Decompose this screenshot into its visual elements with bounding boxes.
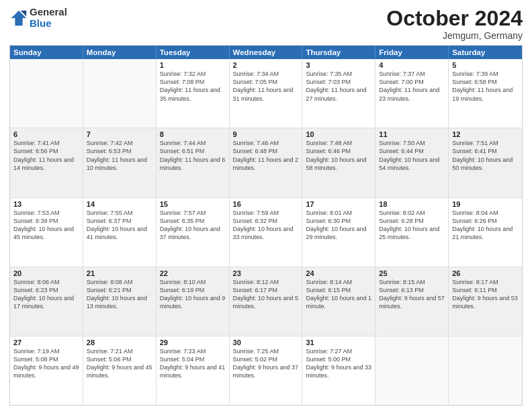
day-number: 18 bbox=[379, 200, 445, 208]
calendar-header-row: SundayMondayTuesdayWednesdayThursdayFrid… bbox=[10, 46, 522, 59]
cal-header-thursday: Thursday bbox=[302, 46, 375, 59]
day-info: Sunrise: 7:19 AM Sunset: 5:08 PM Dayligh… bbox=[13, 347, 79, 380]
day-cell-10: 10Sunrise: 7:48 AM Sunset: 6:46 PM Dayli… bbox=[302, 128, 375, 197]
logo-blue: Blue bbox=[30, 18, 67, 30]
day-number: 26 bbox=[452, 269, 519, 277]
cal-header-friday: Friday bbox=[375, 46, 449, 59]
title-area: October 2024 Jemgum, Germany bbox=[386, 7, 523, 41]
day-cell-7: 7Sunrise: 7:42 AM Sunset: 6:53 PM Daylig… bbox=[83, 128, 157, 197]
day-info: Sunrise: 8:02 AM Sunset: 6:28 PM Dayligh… bbox=[379, 209, 445, 242]
day-cell-6: 6Sunrise: 7:41 AM Sunset: 6:56 PM Daylig… bbox=[10, 128, 83, 197]
logo-text: General Blue bbox=[30, 7, 67, 29]
day-cell-1: 1Sunrise: 7:32 AM Sunset: 7:08 PM Daylig… bbox=[157, 59, 230, 128]
day-number: 21 bbox=[87, 269, 152, 277]
day-number: 12 bbox=[452, 130, 519, 138]
day-number: 1 bbox=[160, 61, 226, 69]
page: General Blue October 2024 Jemgum, German… bbox=[0, 0, 532, 411]
day-info: Sunrise: 8:06 AM Sunset: 6:23 PM Dayligh… bbox=[13, 278, 79, 311]
day-number: 19 bbox=[452, 200, 519, 208]
day-number: 3 bbox=[306, 61, 371, 69]
day-number: 5 bbox=[452, 61, 519, 69]
day-number: 30 bbox=[233, 338, 299, 347]
day-cell-27: 27Sunrise: 7:19 AM Sunset: 5:08 PM Dayli… bbox=[10, 336, 83, 405]
day-number: 11 bbox=[379, 130, 445, 138]
day-info: Sunrise: 7:51 AM Sunset: 6:41 PM Dayligh… bbox=[452, 139, 519, 172]
day-number: 15 bbox=[160, 200, 226, 208]
day-cell-9: 9Sunrise: 7:46 AM Sunset: 6:48 PM Daylig… bbox=[230, 128, 303, 197]
day-cell-18: 18Sunrise: 8:02 AM Sunset: 6:28 PM Dayli… bbox=[375, 198, 449, 267]
day-number: 4 bbox=[379, 61, 445, 69]
day-info: Sunrise: 7:44 AM Sunset: 6:51 PM Dayligh… bbox=[160, 139, 226, 172]
empty-cell bbox=[375, 336, 449, 405]
day-info: Sunrise: 8:04 AM Sunset: 6:26 PM Dayligh… bbox=[452, 209, 519, 242]
day-cell-31: 31Sunrise: 7:27 AM Sunset: 5:00 PM Dayli… bbox=[302, 336, 375, 405]
day-number: 28 bbox=[87, 338, 152, 347]
cal-header-monday: Monday bbox=[83, 46, 157, 59]
day-number: 10 bbox=[306, 130, 371, 138]
cal-header-tuesday: Tuesday bbox=[157, 46, 230, 59]
day-info: Sunrise: 8:14 AM Sunset: 6:15 PM Dayligh… bbox=[306, 278, 371, 311]
calendar-row-3: 13Sunrise: 7:53 AM Sunset: 6:39 PM Dayli… bbox=[10, 198, 522, 267]
day-info: Sunrise: 8:08 AM Sunset: 6:21 PM Dayligh… bbox=[87, 278, 152, 311]
day-cell-8: 8Sunrise: 7:44 AM Sunset: 6:51 PM Daylig… bbox=[157, 128, 230, 197]
day-number: 31 bbox=[306, 338, 371, 347]
day-cell-14: 14Sunrise: 7:55 AM Sunset: 6:37 PM Dayli… bbox=[83, 198, 157, 267]
day-cell-25: 25Sunrise: 8:15 AM Sunset: 6:13 PM Dayli… bbox=[375, 267, 449, 336]
day-info: Sunrise: 7:41 AM Sunset: 6:56 PM Dayligh… bbox=[13, 139, 79, 172]
day-cell-4: 4Sunrise: 7:37 AM Sunset: 7:00 PM Daylig… bbox=[375, 59, 449, 128]
month-title: October 2024 bbox=[386, 7, 523, 30]
day-info: Sunrise: 7:37 AM Sunset: 7:00 PM Dayligh… bbox=[379, 70, 445, 103]
day-info: Sunrise: 7:59 AM Sunset: 6:32 PM Dayligh… bbox=[233, 209, 299, 242]
day-number: 29 bbox=[160, 338, 226, 347]
day-info: Sunrise: 7:32 AM Sunset: 7:08 PM Dayligh… bbox=[160, 70, 226, 103]
cal-header-wednesday: Wednesday bbox=[230, 46, 303, 59]
day-cell-26: 26Sunrise: 8:17 AM Sunset: 6:11 PM Dayli… bbox=[449, 267, 522, 336]
day-info: Sunrise: 7:25 AM Sunset: 5:02 PM Dayligh… bbox=[233, 347, 299, 380]
day-number: 24 bbox=[306, 269, 371, 277]
day-info: Sunrise: 7:50 AM Sunset: 6:44 PM Dayligh… bbox=[379, 139, 445, 172]
day-info: Sunrise: 7:21 AM Sunset: 5:06 PM Dayligh… bbox=[87, 347, 152, 380]
day-info: Sunrise: 8:15 AM Sunset: 6:13 PM Dayligh… bbox=[379, 278, 445, 311]
day-info: Sunrise: 7:34 AM Sunset: 7:05 PM Dayligh… bbox=[233, 70, 299, 103]
day-cell-24: 24Sunrise: 8:14 AM Sunset: 6:15 PM Dayli… bbox=[302, 267, 375, 336]
header: General Blue October 2024 Jemgum, German… bbox=[9, 7, 523, 41]
day-cell-2: 2Sunrise: 7:34 AM Sunset: 7:05 PM Daylig… bbox=[230, 59, 303, 128]
day-number: 7 bbox=[87, 130, 152, 138]
day-cell-12: 12Sunrise: 7:51 AM Sunset: 6:41 PM Dayli… bbox=[449, 128, 522, 197]
day-info: Sunrise: 8:01 AM Sunset: 6:30 PM Dayligh… bbox=[306, 209, 371, 242]
day-info: Sunrise: 7:48 AM Sunset: 6:46 PM Dayligh… bbox=[306, 139, 371, 172]
day-info: Sunrise: 7:35 AM Sunset: 7:03 PM Dayligh… bbox=[306, 70, 371, 103]
calendar-row-1: 1Sunrise: 7:32 AM Sunset: 7:08 PM Daylig… bbox=[10, 59, 522, 128]
day-cell-13: 13Sunrise: 7:53 AM Sunset: 6:39 PM Dayli… bbox=[10, 198, 83, 267]
day-info: Sunrise: 7:23 AM Sunset: 5:04 PM Dayligh… bbox=[160, 347, 226, 380]
day-info: Sunrise: 7:46 AM Sunset: 6:48 PM Dayligh… bbox=[233, 139, 299, 172]
logo-icon bbox=[9, 9, 28, 28]
logo-area: General Blue bbox=[9, 7, 67, 29]
day-number: 6 bbox=[13, 130, 79, 138]
day-info: Sunrise: 7:39 AM Sunset: 6:58 PM Dayligh… bbox=[452, 70, 519, 103]
day-number: 14 bbox=[87, 200, 152, 208]
day-cell-3: 3Sunrise: 7:35 AM Sunset: 7:03 PM Daylig… bbox=[302, 59, 375, 128]
day-number: 25 bbox=[379, 269, 445, 277]
day-number: 27 bbox=[13, 338, 79, 347]
day-number: 2 bbox=[233, 61, 299, 69]
day-number: 9 bbox=[233, 130, 299, 138]
day-cell-22: 22Sunrise: 8:10 AM Sunset: 6:19 PM Dayli… bbox=[157, 267, 230, 336]
day-info: Sunrise: 8:17 AM Sunset: 6:11 PM Dayligh… bbox=[452, 278, 519, 311]
empty-cell bbox=[83, 59, 157, 128]
day-cell-16: 16Sunrise: 7:59 AM Sunset: 6:32 PM Dayli… bbox=[230, 198, 303, 267]
day-number: 20 bbox=[13, 269, 79, 277]
day-info: Sunrise: 8:12 AM Sunset: 6:17 PM Dayligh… bbox=[233, 278, 299, 311]
logo-general: General bbox=[30, 7, 67, 18]
day-cell-28: 28Sunrise: 7:21 AM Sunset: 5:06 PM Dayli… bbox=[83, 336, 157, 405]
day-info: Sunrise: 8:10 AM Sunset: 6:19 PM Dayligh… bbox=[160, 278, 226, 311]
day-info: Sunrise: 7:55 AM Sunset: 6:37 PM Dayligh… bbox=[87, 209, 152, 242]
day-cell-15: 15Sunrise: 7:57 AM Sunset: 6:35 PM Dayli… bbox=[157, 198, 230, 267]
day-cell-19: 19Sunrise: 8:04 AM Sunset: 6:26 PM Dayli… bbox=[449, 198, 522, 267]
day-cell-11: 11Sunrise: 7:50 AM Sunset: 6:44 PM Dayli… bbox=[375, 128, 449, 197]
day-cell-23: 23Sunrise: 8:12 AM Sunset: 6:17 PM Dayli… bbox=[230, 267, 303, 336]
cal-header-saturday: Saturday bbox=[449, 46, 522, 59]
day-number: 8 bbox=[160, 130, 226, 138]
day-cell-30: 30Sunrise: 7:25 AM Sunset: 5:02 PM Dayli… bbox=[230, 336, 303, 405]
day-info: Sunrise: 7:57 AM Sunset: 6:35 PM Dayligh… bbox=[160, 209, 226, 242]
